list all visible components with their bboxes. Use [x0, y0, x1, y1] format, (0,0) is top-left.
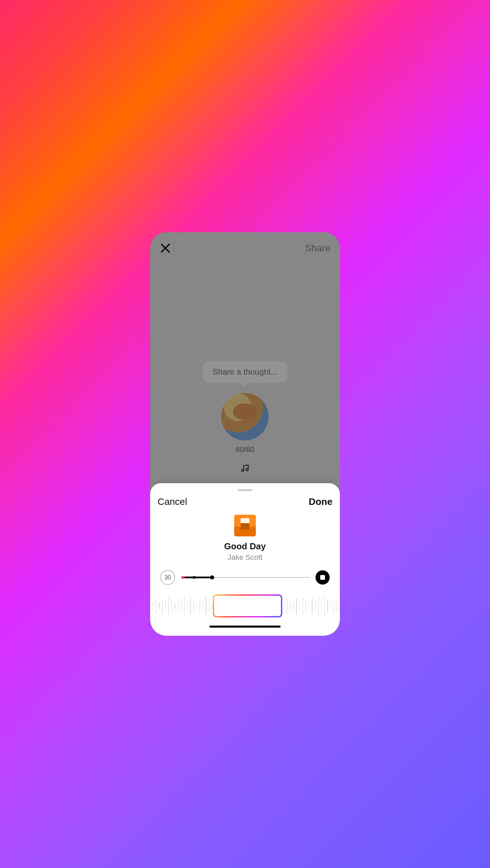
wave-bar: [315, 601, 315, 611]
svg-point-1: [246, 469, 248, 471]
wave-bar: [165, 602, 166, 610]
wave-bar: [284, 602, 284, 610]
wave-bar: [203, 601, 203, 610]
char-counter: 60/60: [203, 445, 288, 454]
wave-bar: [309, 602, 309, 610]
wave-bar: [184, 596, 184, 616]
wave-bar: [290, 600, 290, 612]
home-indicator: [209, 626, 281, 628]
phone-frame: Share Share a thought... 60/60 Cancel Do…: [150, 232, 340, 636]
wave-bar: [312, 598, 312, 614]
close-icon[interactable]: [160, 242, 171, 254]
wave-bar: [327, 600, 328, 612]
wave-bar: [334, 598, 334, 614]
wave-bar: [178, 598, 178, 614]
progress-track[interactable]: [181, 577, 309, 578]
music-icon[interactable]: [240, 463, 250, 473]
wave-bar: [306, 599, 306, 612]
wave-bar: [300, 601, 300, 611]
progress-segment: [184, 577, 212, 578]
wave-bar: [162, 597, 163, 615]
wave-bar: [337, 600, 337, 611]
sheet-grabber[interactable]: [238, 489, 252, 491]
clip-selection-frame[interactable]: [213, 594, 282, 617]
wave-bar: [200, 598, 200, 614]
wave-bar: [175, 603, 175, 609]
album-art: [234, 515, 256, 536]
svg-point-0: [242, 469, 244, 472]
wave-bar: [303, 597, 303, 615]
wave-bar: [153, 601, 153, 611]
wave-bar: [159, 603, 159, 609]
wave-bar: [156, 598, 156, 613]
share-button[interactable]: Share: [305, 243, 330, 254]
wave-bar: [212, 603, 212, 609]
wave-bar: [287, 597, 287, 614]
music-clip-sheet: Cancel Done Good Day Jake Scott 30: [150, 483, 340, 636]
track-title: Good Day: [150, 541, 340, 552]
wave-bar: [168, 596, 169, 616]
wave-bar: [293, 603, 293, 609]
wave-bar: [331, 603, 331, 609]
wave-bar: [171, 600, 172, 612]
marker-mid-icon: [193, 576, 196, 579]
cancel-button[interactable]: Cancel: [158, 496, 187, 507]
wave-bar: [190, 597, 190, 614]
wave-bar: [187, 602, 187, 610]
wave-bar: [197, 603, 197, 609]
clip-duration-pill[interactable]: 30: [160, 570, 175, 585]
done-button[interactable]: Done: [309, 496, 332, 507]
thought-input[interactable]: Share a thought...: [203, 361, 288, 383]
wave-bar: [209, 599, 209, 612]
stop-button[interactable]: [315, 570, 330, 585]
wave-bar: [193, 600, 194, 612]
track-artist: Jake Scott: [150, 553, 340, 562]
wave-bar: [181, 601, 181, 611]
avatar: [221, 393, 269, 440]
wave-bar: [324, 597, 325, 615]
playhead-knob[interactable]: [210, 575, 214, 579]
stop-icon: [320, 575, 325, 580]
wave-bar: [318, 596, 319, 616]
wave-bar: [206, 597, 206, 615]
wave-bar: [321, 601, 322, 610]
wave-bar: [296, 598, 297, 614]
